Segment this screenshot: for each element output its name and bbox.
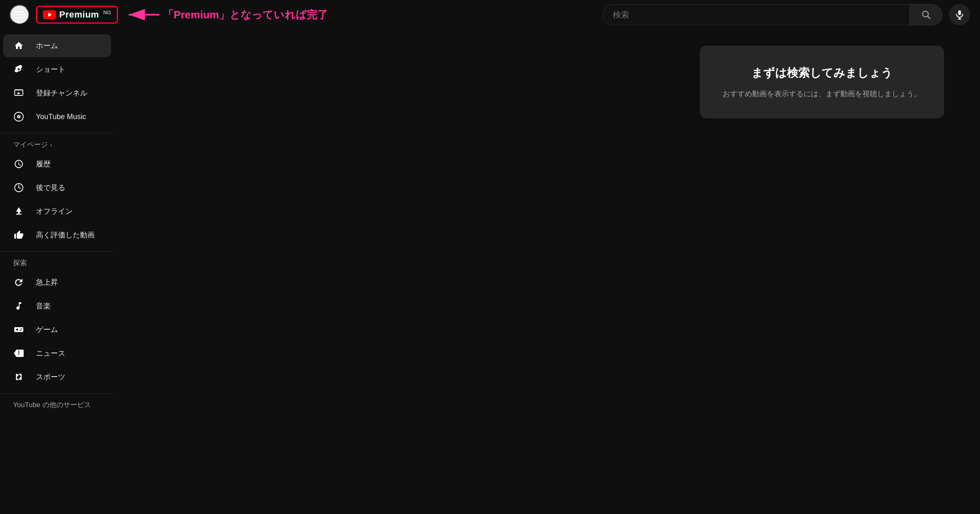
sidebar-item-youtube-music[interactable]: YouTube Music [3, 105, 111, 128]
hamburger-button[interactable] [10, 5, 29, 24]
sports-icon [13, 371, 24, 383]
gaming-icon [13, 324, 24, 335]
annotation-arrow-group: 「Premium」となっていれば完了 [125, 4, 328, 25]
annotation-text: 「Premium」となっていれば完了 [163, 8, 328, 22]
services-section-label: YouTube の他のサービス [13, 400, 91, 410]
mic-icon [954, 9, 965, 20]
sidebar-section-services: YouTube の他のサービス [0, 399, 114, 413]
sidebar: ホーム ショート 登録チャンネル YouTub [0, 29, 114, 514]
sidebar-label-trending: 急上昇 [36, 277, 58, 287]
sidebar-divider-2 [0, 251, 114, 252]
sidebar-label-news: ニュース [36, 348, 65, 358]
watch-later-icon [13, 182, 24, 193]
search-button[interactable] [910, 4, 942, 25]
search-icon [921, 9, 931, 20]
mypage-section-label: マイページ [13, 140, 48, 149]
sidebar-item-trending[interactable]: 急上昇 [3, 271, 111, 294]
search-bar [603, 4, 910, 25]
sidebar-item-music[interactable]: 音楽 [3, 295, 111, 317]
sidebar-label-youtube-music: YouTube Music [36, 113, 86, 121]
music-icon [13, 300, 24, 312]
sidebar-item-liked[interactable]: 高く評価した動画 [3, 224, 111, 246]
sidebar-section-explore: 探索 [0, 257, 114, 271]
sidebar-label-offline: オフライン [36, 206, 73, 216]
sidebar-item-subscriptions[interactable]: 登録チャンネル [3, 82, 111, 104]
search-input[interactable] [613, 10, 900, 20]
header: Premium NG 「Premium」となっていれば完了 [0, 0, 980, 29]
sidebar-item-offline[interactable]: オフライン [3, 200, 111, 223]
recommendation-title: まずは検索してみましょう [723, 65, 921, 81]
sidebar-item-history[interactable]: 履歴 [3, 153, 111, 175]
home-icon [13, 40, 24, 51]
svg-rect-11 [15, 90, 23, 91]
youtube-music-icon [13, 111, 24, 122]
trending-icon [13, 277, 24, 288]
sidebar-item-news[interactable]: ニュース [3, 342, 111, 365]
sidebar-item-shorts[interactable]: ショート [3, 58, 111, 81]
shorts-icon [13, 64, 24, 75]
sidebar-divider-1 [0, 133, 114, 133]
svg-marker-12 [18, 92, 20, 95]
recommendation-subtitle: おすすめ動画を表示するには、まず動画を視聴しましょう。 [723, 89, 921, 99]
sidebar-label-subscriptions: 登録チャンネル [36, 88, 87, 98]
hamburger-line-2 [15, 14, 24, 15]
main-content: まずは検索してみましょう おすすめ動画を表示するには、まず動画を視聴しましょう。 [114, 29, 980, 62]
sidebar-section-mypage[interactable]: マイページ › [0, 138, 114, 153]
subscriptions-icon [13, 87, 24, 99]
mic-button[interactable] [949, 4, 970, 25]
sidebar-label-history: 履歴 [36, 159, 51, 169]
sidebar-label-home: ホーム [36, 41, 58, 51]
annotation-arrow-icon [125, 4, 161, 25]
sidebar-label-music: 音楽 [36, 301, 51, 311]
sidebar-divider-3 [0, 393, 114, 394]
sidebar-item-sports[interactable]: スポーツ [3, 366, 111, 388]
premium-label: Premium [59, 9, 99, 20]
recommendation-card: まずは検索してみましょう おすすめ動画を表示するには、まず動画を視聴しましょう。 [700, 46, 944, 118]
hamburger-line-3 [15, 17, 24, 18]
explore-section-label: 探索 [13, 258, 27, 268]
offline-icon [13, 206, 24, 217]
youtube-icon [43, 10, 56, 19]
sidebar-label-shorts: ショート [36, 64, 65, 74]
history-icon [13, 158, 24, 170]
sidebar-label-gaming: ゲーム [36, 325, 58, 335]
svg-point-15 [18, 116, 20, 117]
news-icon [13, 348, 24, 359]
mypage-expand-icon[interactable]: › [50, 142, 52, 148]
sidebar-item-watch-later[interactable]: 後で見る [3, 176, 111, 199]
premium-suffix: NG [103, 9, 111, 16]
svg-rect-6 [958, 10, 961, 15]
hamburger-line-1 [15, 11, 24, 12]
sidebar-item-home[interactable]: ホーム [3, 34, 111, 57]
svg-line-5 [927, 16, 930, 19]
search-container [603, 4, 970, 25]
liked-icon [13, 229, 24, 241]
sidebar-label-sports: スポーツ [36, 372, 65, 382]
sidebar-label-watch-later: 後で見る [36, 183, 65, 193]
youtube-premium-logo[interactable]: Premium NG [36, 6, 118, 24]
sidebar-label-liked: 高く評価した動画 [36, 230, 95, 240]
sidebar-item-gaming[interactable]: ゲーム [3, 318, 111, 341]
